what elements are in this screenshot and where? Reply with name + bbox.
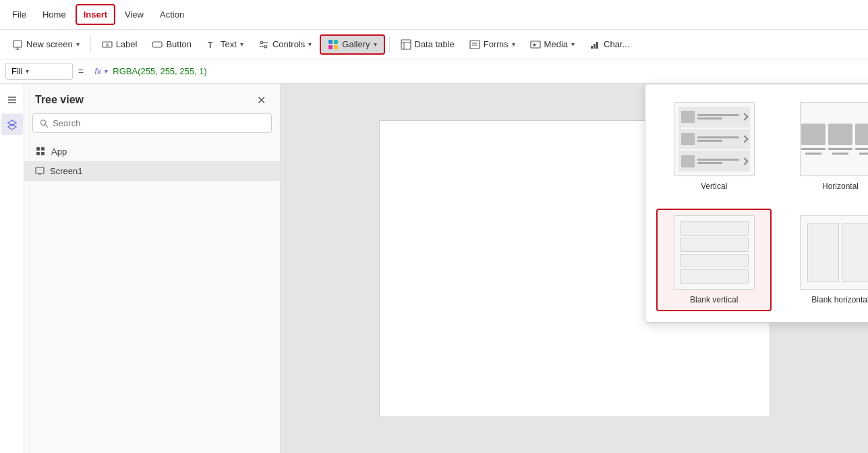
svg-rect-23: [594, 44, 596, 49]
svg-line-31: [45, 124, 48, 127]
formula-bar: Fill ▾ = fx ▾ RGBA(255, 255, 255, 1): [0, 59, 868, 84]
divider-2: [389, 36, 390, 53]
media-button[interactable]: Media ▾: [523, 36, 581, 53]
gallery-label: Gallery: [342, 39, 370, 49]
svg-text:A: A: [105, 43, 109, 47]
search-icon: [40, 119, 49, 128]
gallery-item-blank-horizontal[interactable]: Blank horizontal: [782, 209, 868, 311]
divider-1: [90, 36, 91, 53]
gallery-thumb-blank-vertical: [674, 215, 755, 290]
button-button[interactable]: Button: [145, 36, 198, 53]
new-screen-button[interactable]: New screen ▾: [5, 36, 86, 53]
svg-rect-22: [591, 46, 593, 49]
formula-equals: =: [73, 66, 89, 77]
svg-rect-5: [152, 42, 162, 47]
gallery-thumb-horizontal: [800, 102, 868, 176]
gallery-item-vertical-label: Vertical: [701, 182, 727, 191]
label-label: Label: [116, 39, 138, 49]
svg-rect-15: [401, 40, 411, 49]
gallery-button[interactable]: Gallery ▾: [320, 34, 384, 55]
main-area: Tree view ✕ App Screen1: [0, 84, 868, 453]
app-icon: [35, 146, 46, 157]
menu-view[interactable]: View: [118, 5, 150, 24]
media-icon: [530, 39, 541, 50]
menu-home[interactable]: Home: [36, 5, 73, 24]
svg-point-30: [40, 119, 46, 125]
label-button[interactable]: A Label: [95, 36, 144, 53]
gallery-item-blank-horizontal-label: Blank horizontal: [811, 295, 868, 304]
forms-button[interactable]: Forms ▾: [463, 36, 522, 53]
formula-dropdown[interactable]: Fill ▾: [5, 63, 73, 80]
chart-button[interactable]: Char...: [583, 36, 636, 53]
text-button[interactable]: T Text ▾: [200, 36, 250, 53]
gallery-dropdown: Vertical: [645, 84, 868, 323]
search-input[interactable]: [53, 118, 264, 128]
gallery-item-blank-vertical[interactable]: Blank vertical: [656, 209, 772, 311]
svg-rect-36: [36, 167, 44, 174]
svg-rect-11: [328, 40, 332, 44]
button-icon: [152, 39, 163, 50]
svg-rect-12: [334, 40, 338, 44]
tree-close-button[interactable]: ✕: [253, 92, 269, 108]
hamburger-menu-button[interactable]: [1, 89, 23, 111]
button-label: Button: [166, 39, 192, 49]
canvas-area: Vertical: [281, 84, 868, 453]
icon-sidebar: [0, 84, 24, 453]
controls-chevron-icon: ▾: [308, 41, 312, 48]
new-screen-label: New screen: [26, 39, 73, 49]
chart-label: Char...: [604, 39, 629, 49]
svg-text:T: T: [208, 41, 213, 50]
formula-value: RGBA(255, 255, 255, 1): [113, 66, 206, 76]
layers-button[interactable]: [1, 113, 23, 135]
text-icon: T: [206, 39, 217, 50]
menu-file[interactable]: File: [5, 5, 33, 24]
formula-dropdown-value: Fill: [11, 66, 23, 76]
controls-button[interactable]: Controls ▾: [252, 36, 318, 53]
tree-item-screen1[interactable]: Screen1: [24, 161, 280, 181]
menu-bar: File Home Insert View Action: [0, 0, 868, 30]
forms-icon: [469, 39, 480, 50]
svg-rect-34: [36, 152, 40, 155]
gallery-item-horizontal[interactable]: Horizontal: [782, 95, 868, 198]
data-table-label: Data table: [415, 39, 455, 49]
controls-icon: [258, 39, 269, 50]
tree-item-app[interactable]: App: [24, 141, 280, 161]
gallery-item-horizontal-label: Horizontal: [822, 182, 859, 191]
media-label: Media: [544, 39, 568, 49]
menu-insert[interactable]: Insert: [76, 4, 115, 25]
label-icon: A: [102, 39, 113, 50]
gallery-thumb-blank-horizontal: [800, 215, 868, 290]
svg-rect-35: [41, 152, 45, 155]
svg-point-7: [260, 41, 263, 44]
tree-header: Tree view ✕: [24, 84, 280, 113]
svg-rect-13: [328, 45, 332, 49]
gallery-icon: [328, 39, 339, 50]
svg-rect-14: [334, 45, 338, 49]
forms-label: Forms: [484, 39, 509, 49]
svg-rect-24: [596, 42, 598, 49]
svg-rect-0: [13, 41, 22, 47]
svg-marker-28: [8, 120, 16, 126]
controls-label: Controls: [272, 39, 305, 49]
svg-point-8: [264, 45, 267, 48]
svg-rect-32: [36, 147, 40, 151]
svg-rect-33: [41, 147, 45, 151]
tree-view-title: Tree view: [35, 94, 84, 106]
svg-rect-18: [470, 41, 480, 49]
gallery-thumb-vertical: [674, 102, 755, 176]
tree-items: App Screen1: [24, 138, 280, 184]
text-btn-label: Text: [221, 39, 237, 49]
new-screen-chevron-icon: ▾: [76, 41, 80, 48]
gallery-chevron-icon: ▾: [374, 41, 377, 48]
gallery-item-vertical[interactable]: Vertical: [656, 95, 772, 198]
gallery-grid: Vertical: [656, 95, 868, 311]
menu-action[interactable]: Action: [153, 5, 191, 24]
formula-fx-button[interactable]: fx ▾: [89, 66, 113, 76]
chart-icon: [589, 39, 600, 50]
tree-panel: Tree view ✕ App Screen1: [24, 84, 281, 453]
svg-marker-29: [8, 124, 16, 130]
media-chevron-icon: ▾: [571, 41, 575, 48]
text-chevron-icon: ▾: [240, 41, 243, 48]
data-table-button[interactable]: Data table: [394, 36, 461, 53]
forms-chevron-icon: ▾: [512, 41, 515, 48]
